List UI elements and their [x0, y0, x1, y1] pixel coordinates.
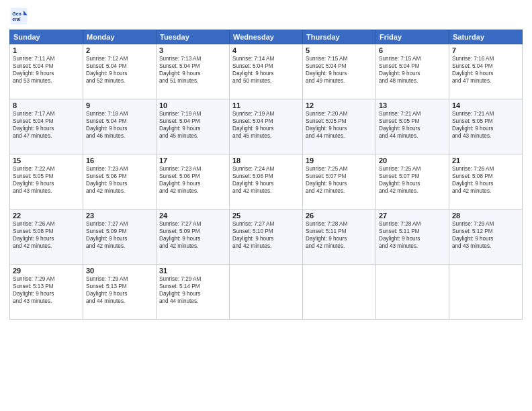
weekday-monday: Monday	[83, 30, 157, 44]
day-number: 22	[13, 212, 80, 220]
day-number: 1	[13, 46, 80, 54]
calendar-cell: 28Sunrise: 7:29 AM Sunset: 5:12 PM Dayli…	[449, 210, 523, 265]
weekday-header-row: SundayMondayTuesdayWednesdayThursdayFrid…	[10, 30, 523, 44]
calendar-cell: 9Sunrise: 7:18 AM Sunset: 5:04 PM Daylig…	[83, 99, 157, 154]
page: Gen eral SundayMondayTuesdayWednesdayThu…	[0, 0, 532, 411]
day-info: Sunrise: 7:20 AM Sunset: 5:05 PM Dayligh…	[306, 110, 373, 140]
calendar-table: SundayMondayTuesdayWednesdayThursdayFrid…	[9, 30, 523, 320]
svg-text:Gen: Gen	[12, 11, 21, 16]
calendar-cell: 17Sunrise: 7:23 AM Sunset: 5:06 PM Dayli…	[157, 154, 230, 210]
calendar-cell: 30Sunrise: 7:29 AM Sunset: 5:13 PM Dayli…	[83, 265, 157, 320]
calendar-cell: 29Sunrise: 7:29 AM Sunset: 5:13 PM Dayli…	[10, 265, 83, 320]
day-number: 15	[13, 156, 80, 165]
day-info: Sunrise: 7:17 AM Sunset: 5:04 PM Dayligh…	[13, 110, 80, 140]
day-info: Sunrise: 7:27 AM Sunset: 5:09 PM Dayligh…	[159, 220, 226, 250]
week-row-3: 15Sunrise: 7:22 AM Sunset: 5:05 PM Dayli…	[10, 154, 523, 210]
day-info: Sunrise: 7:27 AM Sunset: 5:10 PM Dayligh…	[232, 220, 300, 250]
day-number: 31	[159, 267, 226, 275]
day-info: Sunrise: 7:29 AM Sunset: 5:13 PM Dayligh…	[13, 275, 80, 305]
calendar-cell: 3Sunrise: 7:13 AM Sunset: 5:04 PM Daylig…	[157, 44, 230, 99]
day-info: Sunrise: 7:29 AM Sunset: 5:14 PM Dayligh…	[159, 275, 226, 305]
weekday-sunday: Sunday	[10, 30, 83, 44]
day-number: 16	[86, 156, 153, 165]
calendar-cell	[449, 265, 523, 320]
day-number: 6	[379, 46, 446, 54]
day-info: Sunrise: 7:26 AM Sunset: 5:08 PM Dayligh…	[13, 220, 80, 250]
day-info: Sunrise: 7:18 AM Sunset: 5:04 PM Dayligh…	[86, 110, 153, 140]
calendar-cell: 15Sunrise: 7:22 AM Sunset: 5:05 PM Dayli…	[10, 154, 83, 210]
calendar-cell: 21Sunrise: 7:26 AM Sunset: 5:08 PM Dayli…	[449, 154, 523, 210]
day-number: 9	[86, 101, 153, 109]
day-info: Sunrise: 7:25 AM Sunset: 5:07 PM Dayligh…	[306, 165, 373, 195]
logo-icon: Gen eral	[9, 7, 28, 26]
calendar-cell	[230, 265, 303, 320]
calendar-cell: 24Sunrise: 7:27 AM Sunset: 5:09 PM Dayli…	[157, 210, 230, 265]
calendar-cell: 8Sunrise: 7:17 AM Sunset: 5:04 PM Daylig…	[10, 99, 83, 154]
day-info: Sunrise: 7:29 AM Sunset: 5:12 PM Dayligh…	[452, 220, 519, 250]
day-number: 27	[379, 212, 446, 220]
calendar-cell: 23Sunrise: 7:27 AM Sunset: 5:09 PM Dayli…	[83, 210, 157, 265]
weekday-thursday: Thursday	[303, 30, 376, 44]
calendar-cell: 22Sunrise: 7:26 AM Sunset: 5:08 PM Dayli…	[10, 210, 83, 265]
day-info: Sunrise: 7:25 AM Sunset: 5:07 PM Dayligh…	[379, 165, 446, 195]
day-number: 25	[232, 212, 300, 220]
day-info: Sunrise: 7:14 AM Sunset: 5:04 PM Dayligh…	[232, 55, 300, 85]
calendar-cell: 1Sunrise: 7:11 AM Sunset: 5:04 PM Daylig…	[10, 44, 83, 99]
day-number: 11	[232, 101, 300, 109]
day-number: 2	[86, 46, 153, 54]
day-number: 14	[452, 101, 519, 109]
calendar-cell: 25Sunrise: 7:27 AM Sunset: 5:10 PM Dayli…	[230, 210, 303, 265]
calendar-cell	[303, 265, 376, 320]
day-info: Sunrise: 7:23 AM Sunset: 5:06 PM Dayligh…	[86, 165, 153, 195]
day-info: Sunrise: 7:19 AM Sunset: 5:04 PM Dayligh…	[232, 110, 300, 140]
calendar-cell: 2Sunrise: 7:12 AM Sunset: 5:04 PM Daylig…	[83, 44, 157, 99]
day-number: 5	[306, 46, 373, 54]
calendar-cell: 10Sunrise: 7:19 AM Sunset: 5:04 PM Dayli…	[157, 99, 230, 154]
day-number: 18	[232, 156, 300, 165]
weekday-wednesday: Wednesday	[230, 30, 303, 44]
calendar-cell: 12Sunrise: 7:20 AM Sunset: 5:05 PM Dayli…	[303, 99, 376, 154]
day-info: Sunrise: 7:21 AM Sunset: 5:05 PM Dayligh…	[379, 110, 446, 140]
day-number: 17	[159, 156, 226, 165]
day-number: 30	[86, 267, 153, 275]
calendar-cell: 31Sunrise: 7:29 AM Sunset: 5:14 PM Dayli…	[157, 265, 230, 320]
week-row-1: 1Sunrise: 7:11 AM Sunset: 5:04 PM Daylig…	[10, 44, 523, 99]
calendar-cell: 20Sunrise: 7:25 AM Sunset: 5:07 PM Dayli…	[376, 154, 449, 210]
calendar-cell: 26Sunrise: 7:28 AM Sunset: 5:11 PM Dayli…	[303, 210, 376, 265]
day-number: 8	[13, 101, 80, 109]
svg-rect-0	[10, 7, 27, 24]
calendar-cell: 27Sunrise: 7:28 AM Sunset: 5:11 PM Dayli…	[376, 210, 449, 265]
day-number: 3	[159, 46, 226, 54]
day-info: Sunrise: 7:28 AM Sunset: 5:11 PM Dayligh…	[379, 220, 446, 250]
day-info: Sunrise: 7:16 AM Sunset: 5:04 PM Dayligh…	[452, 55, 519, 85]
day-info: Sunrise: 7:21 AM Sunset: 5:05 PM Dayligh…	[452, 110, 519, 140]
day-info: Sunrise: 7:28 AM Sunset: 5:11 PM Dayligh…	[306, 220, 373, 250]
day-info: Sunrise: 7:22 AM Sunset: 5:05 PM Dayligh…	[13, 165, 80, 195]
day-info: Sunrise: 7:24 AM Sunset: 5:06 PM Dayligh…	[232, 165, 300, 195]
calendar-cell: 11Sunrise: 7:19 AM Sunset: 5:04 PM Dayli…	[230, 99, 303, 154]
calendar-cell: 14Sunrise: 7:21 AM Sunset: 5:05 PM Dayli…	[449, 99, 523, 154]
day-number: 28	[452, 212, 519, 220]
logo: Gen eral	[9, 7, 30, 26]
day-number: 29	[13, 267, 80, 275]
weekday-tuesday: Tuesday	[157, 30, 230, 44]
header: Gen eral	[9, 7, 523, 26]
day-number: 13	[379, 101, 446, 109]
day-number: 10	[159, 101, 226, 109]
day-number: 7	[452, 46, 519, 54]
day-number: 24	[159, 212, 226, 220]
day-number: 26	[306, 212, 373, 220]
calendar-cell: 4Sunrise: 7:14 AM Sunset: 5:04 PM Daylig…	[230, 44, 303, 99]
weekday-friday: Friday	[376, 30, 449, 44]
day-info: Sunrise: 7:29 AM Sunset: 5:13 PM Dayligh…	[86, 275, 153, 305]
calendar-cell: 5Sunrise: 7:15 AM Sunset: 5:04 PM Daylig…	[303, 44, 376, 99]
day-info: Sunrise: 7:13 AM Sunset: 5:04 PM Dayligh…	[159, 55, 226, 85]
day-number: 19	[306, 156, 373, 165]
svg-text:eral: eral	[12, 17, 21, 21]
calendar-cell	[376, 265, 449, 320]
week-row-5: 29Sunrise: 7:29 AM Sunset: 5:13 PM Dayli…	[10, 265, 523, 320]
day-info: Sunrise: 7:23 AM Sunset: 5:06 PM Dayligh…	[159, 165, 226, 195]
day-number: 21	[452, 156, 519, 165]
weekday-saturday: Saturday	[449, 30, 523, 44]
day-info: Sunrise: 7:15 AM Sunset: 5:04 PM Dayligh…	[379, 55, 446, 85]
